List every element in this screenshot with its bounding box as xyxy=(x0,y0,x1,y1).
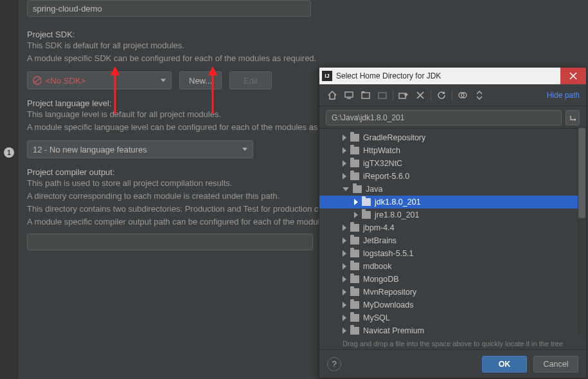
hide-path-link[interactable]: Hide path xyxy=(547,91,580,100)
tree-row[interactable]: GradleRepository xyxy=(319,131,585,144)
toolbar-separator xyxy=(452,89,452,101)
chevron-down-icon xyxy=(242,148,247,151)
tree-row[interactable]: MySQL xyxy=(319,311,585,324)
svg-marker-18 xyxy=(575,118,576,121)
dialog-title-text: Select Home Directory for JDK xyxy=(336,71,441,80)
chevron-right-icon[interactable] xyxy=(343,315,346,321)
chevron-right-icon[interactable] xyxy=(343,173,346,180)
tree-row[interactable]: MongoDB xyxy=(319,273,585,286)
language-level-text: 12 - No new language features xyxy=(33,145,147,154)
new-folder-icon[interactable] xyxy=(397,89,410,102)
sdk-edit-label: Edit xyxy=(244,76,258,86)
chevron-right-icon[interactable] xyxy=(343,225,346,231)
tree-row[interactable]: iReport-5.6.0 xyxy=(319,170,585,183)
compiler-output-path-field[interactable] xyxy=(27,234,313,250)
tree-item-label: Java xyxy=(366,185,382,194)
tree-row[interactable]: MvnRepository xyxy=(319,286,585,299)
path-row: G:\Java\jdk1.8.0_201 xyxy=(319,106,586,129)
sdk-desc-1: This SDK is default for all project modu… xyxy=(27,39,579,52)
chevron-right-icon[interactable] xyxy=(343,160,346,167)
folder-icon xyxy=(353,185,362,193)
close-button[interactable] xyxy=(560,68,586,84)
tree-row[interactable]: JetBrains xyxy=(319,234,585,247)
path-value: G:\Java\jdk1.8.0_201 xyxy=(332,113,404,122)
folder-icon xyxy=(350,288,359,296)
tree-item-label: JetBrains xyxy=(363,236,396,245)
no-sdk-value: <No SDK> xyxy=(33,76,85,86)
chevron-right-icon[interactable] xyxy=(343,302,346,308)
project-name-value: spring-cloud-demo xyxy=(33,4,102,14)
chevron-down-icon[interactable] xyxy=(343,187,349,191)
tree-item-label: jdk1.8.0_201 xyxy=(375,198,421,207)
chevron-right-icon[interactable] xyxy=(343,263,346,270)
tree-row[interactable]: HttpWatch xyxy=(319,144,585,157)
tree-item-label: Navicat Premium xyxy=(363,326,424,335)
language-level-combo[interactable]: 12 - No new language features xyxy=(27,140,253,158)
tree-scrollbar[interactable] xyxy=(578,128,586,337)
expand-icon[interactable] xyxy=(473,89,486,102)
delete-icon[interactable] xyxy=(414,89,427,102)
tree-row[interactable]: jbpm-4.4 xyxy=(319,221,585,234)
tree-row[interactable]: mdbook xyxy=(319,260,585,273)
project-name-field[interactable]: spring-cloud-demo xyxy=(27,0,311,17)
toolbar-separator xyxy=(393,89,393,101)
chevron-right-icon[interactable] xyxy=(354,199,358,205)
folder-icon xyxy=(350,134,359,142)
tree-row[interactable]: jdk1.8.0_201 xyxy=(319,196,585,208)
sdk-new-button[interactable]: New... xyxy=(179,71,222,89)
sdk-combo-text: <No SDK> xyxy=(46,76,85,86)
chevron-right-icon[interactable] xyxy=(343,147,346,154)
svg-rect-10 xyxy=(345,92,353,97)
path-input[interactable]: G:\Java\jdk1.8.0_201 xyxy=(326,110,562,125)
tree-item-label: MySQL xyxy=(363,313,390,322)
tree-item-label: igTX32NtC xyxy=(363,159,402,168)
folder-icon xyxy=(362,211,371,219)
history-icon xyxy=(569,115,576,121)
cancel-button[interactable]: Cancel xyxy=(533,356,578,373)
folder-icon xyxy=(350,314,359,322)
tree-item-label: MongoDB xyxy=(363,275,399,284)
svg-rect-12 xyxy=(362,93,370,98)
folder-icon xyxy=(350,237,359,245)
sdk-combo[interactable]: <No SDK> xyxy=(27,71,172,89)
chevron-right-icon[interactable] xyxy=(343,276,346,282)
sdk-edit-button[interactable]: Edit xyxy=(229,71,272,89)
refresh-icon[interactable] xyxy=(435,89,448,102)
help-button[interactable]: ? xyxy=(327,357,341,371)
folder-icon xyxy=(350,327,359,335)
directory-tree[interactable]: GradleRepositoryHttpWatchigTX32NtCiRepor… xyxy=(319,128,585,337)
tree-row[interactable]: logstash-5.5.1 xyxy=(319,247,585,260)
chevron-right-icon[interactable] xyxy=(343,328,346,334)
project-icon[interactable] xyxy=(359,89,372,102)
ok-button[interactable]: OK xyxy=(482,356,527,373)
tree-row[interactable]: MyDownloads xyxy=(319,299,585,311)
tree-row[interactable]: Java xyxy=(319,183,585,196)
folder-icon xyxy=(350,250,359,257)
module-icon[interactable] xyxy=(376,89,389,102)
tree-row[interactable]: jre1.8.0_201 xyxy=(319,208,585,221)
chevron-right-icon[interactable] xyxy=(343,250,346,257)
chevron-right-icon[interactable] xyxy=(343,134,346,141)
home-icon[interactable] xyxy=(326,89,339,102)
tree-row[interactable]: Navicat Premium xyxy=(319,324,585,337)
scrollbar-thumb[interactable] xyxy=(578,128,585,218)
tree-item-label: jbpm-4.4 xyxy=(363,223,395,232)
cancel-label: Cancel xyxy=(544,360,569,369)
toolbar-separator xyxy=(431,89,431,101)
warning-icon xyxy=(33,76,42,85)
ok-label: OK xyxy=(499,360,511,369)
folder-icon xyxy=(350,160,359,167)
chevron-right-icon[interactable] xyxy=(343,289,346,295)
path-history-button[interactable] xyxy=(566,110,580,125)
chevron-right-icon[interactable] xyxy=(343,237,346,244)
tree-item-label: GradleRepository xyxy=(363,133,425,142)
folder-icon xyxy=(350,224,359,232)
tree-row[interactable]: igTX32NtC xyxy=(319,157,585,170)
show-hidden-icon[interactable] xyxy=(456,89,469,102)
chevron-right-icon[interactable] xyxy=(354,212,358,218)
folder-icon xyxy=(350,263,359,270)
desktop-icon[interactable] xyxy=(343,89,355,102)
dialog-titlebar[interactable]: IJ Select Home Directory for JDK xyxy=(319,68,586,84)
jdk-home-dialog: IJ Select Home Directory for JDK Hide pa… xyxy=(319,67,587,378)
dialog-toolbar: Hide path xyxy=(319,84,586,106)
